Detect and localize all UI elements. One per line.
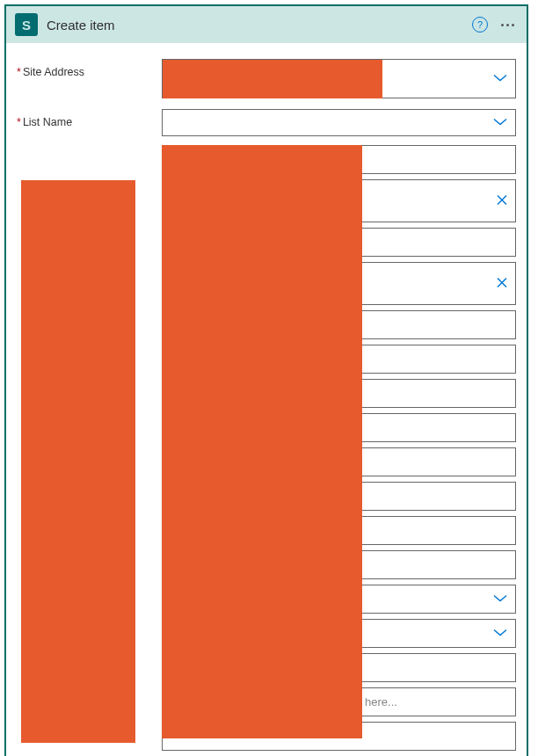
- redaction-fields-overlay: [162, 145, 362, 738]
- create-item-card: Create item ? *Site Address *List Name: [4, 4, 528, 756]
- chevron-down-icon[interactable]: [492, 72, 508, 85]
- input-site-address[interactable]: [162, 59, 516, 98]
- help-icon[interactable]: ?: [472, 17, 488, 33]
- placeholder-text: here...: [365, 695, 397, 709]
- clear-icon[interactable]: [496, 193, 508, 208]
- label-site-address: *Site Address: [17, 59, 162, 98]
- clear-icon[interactable]: [496, 276, 508, 291]
- row-site-address: *Site Address: [17, 59, 516, 98]
- row-list-name: *List Name: [17, 109, 516, 136]
- card-header: Create item ?: [6, 6, 527, 43]
- card-body: *Site Address *List Name: [6, 43, 527, 756]
- card-title: Create item: [47, 18, 463, 33]
- chevron-down-icon[interactable]: [492, 592, 508, 606]
- label-list-name: *List Name: [17, 109, 162, 136]
- redaction-site-value: [163, 60, 382, 98]
- redaction-overlay-left: [21, 180, 135, 743]
- sharepoint-icon: [15, 13, 38, 36]
- more-menu-button[interactable]: [497, 24, 518, 26]
- dynamic-fields: here...: [162, 145, 516, 751]
- chevron-down-icon[interactable]: [492, 627, 508, 640]
- input-list-name[interactable]: [162, 109, 516, 136]
- chevron-down-icon[interactable]: [492, 116, 508, 129]
